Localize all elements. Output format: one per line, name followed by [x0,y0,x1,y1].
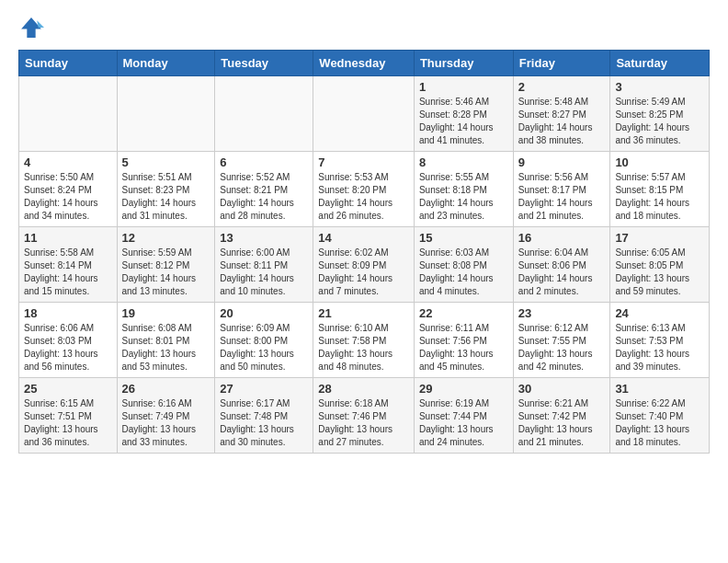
calendar-cell: 7Sunrise: 5:53 AM Sunset: 8:20 PM Daylig… [313,152,415,227]
day-number: 19 [122,306,210,320]
week-row-4: 18Sunrise: 6:06 AM Sunset: 8:03 PM Dayli… [19,303,710,378]
calendar-cell: 10Sunrise: 5:57 AM Sunset: 8:15 PM Dayli… [610,152,710,227]
calendar-cell: 26Sunrise: 6:16 AM Sunset: 7:49 PM Dayli… [117,378,215,454]
day-info: Sunrise: 6:15 AM Sunset: 7:51 PM Dayligh… [24,397,112,449]
day-info: Sunrise: 5:53 AM Sunset: 8:20 PM Dayligh… [318,171,409,223]
day-number: 27 [220,382,308,396]
calendar-cell: 17Sunrise: 6:05 AM Sunset: 8:05 PM Dayli… [610,227,710,303]
calendar-table: SundayMondayTuesdayWednesdayThursdayFrid… [18,50,710,454]
day-info: Sunrise: 5:52 AM Sunset: 8:21 PM Dayligh… [220,171,308,223]
calendar-cell [117,76,215,152]
week-row-2: 4Sunrise: 5:50 AM Sunset: 8:24 PM Daylig… [19,152,710,227]
calendar-cell: 25Sunrise: 6:15 AM Sunset: 7:51 PM Dayli… [19,378,118,454]
calendar-cell: 14Sunrise: 6:02 AM Sunset: 8:09 PM Dayli… [313,227,415,303]
day-number: 3 [615,80,704,94]
calendar-cell: 22Sunrise: 6:11 AM Sunset: 7:56 PM Dayli… [414,303,513,378]
day-number: 22 [419,306,508,320]
weekday-header-friday: Friday [513,51,610,76]
calendar-cell: 16Sunrise: 6:04 AM Sunset: 8:06 PM Dayli… [513,227,610,303]
day-number: 15 [419,231,508,245]
day-info: Sunrise: 5:59 AM Sunset: 8:12 PM Dayligh… [122,247,210,298]
day-info: Sunrise: 5:46 AM Sunset: 8:28 PM Dayligh… [419,96,508,147]
week-row-3: 11Sunrise: 5:58 AM Sunset: 8:14 PM Dayli… [19,227,710,303]
day-info: Sunrise: 6:03 AM Sunset: 8:08 PM Dayligh… [419,247,508,298]
day-number: 16 [518,231,606,245]
day-number: 30 [518,382,606,396]
day-info: Sunrise: 5:48 AM Sunset: 8:27 PM Dayligh… [518,96,606,147]
day-number: 11 [24,231,112,245]
calendar-cell [19,76,118,152]
day-info: Sunrise: 5:51 AM Sunset: 8:23 PM Dayligh… [122,171,210,223]
calendar-cell: 1Sunrise: 5:46 AM Sunset: 8:28 PM Daylig… [414,76,513,152]
day-number: 23 [518,306,606,320]
day-number: 24 [615,306,704,320]
day-number: 13 [220,231,308,245]
calendar-cell: 18Sunrise: 6:06 AM Sunset: 8:03 PM Dayli… [19,303,118,378]
weekday-header-tuesday: Tuesday [215,51,313,76]
day-number: 25 [24,382,112,396]
day-number: 2 [518,80,606,94]
weekday-header-thursday: Thursday [414,51,513,76]
day-info: Sunrise: 6:06 AM Sunset: 8:03 PM Dayligh… [24,322,112,373]
day-info: Sunrise: 6:22 AM Sunset: 7:40 PM Dayligh… [615,397,704,449]
day-info: Sunrise: 6:21 AM Sunset: 7:42 PM Dayligh… [518,397,606,449]
calendar-cell: 5Sunrise: 5:51 AM Sunset: 8:23 PM Daylig… [117,152,215,227]
weekday-header-wednesday: Wednesday [313,51,415,76]
week-row-5: 25Sunrise: 6:15 AM Sunset: 7:51 PM Dayli… [19,378,710,454]
day-info: Sunrise: 6:00 AM Sunset: 8:11 PM Dayligh… [220,247,308,298]
calendar-cell: 28Sunrise: 6:18 AM Sunset: 7:46 PM Dayli… [313,378,415,454]
day-info: Sunrise: 6:11 AM Sunset: 7:56 PM Dayligh… [419,322,508,373]
day-info: Sunrise: 5:57 AM Sunset: 8:15 PM Dayligh… [615,171,704,223]
calendar-cell: 30Sunrise: 6:21 AM Sunset: 7:42 PM Dayli… [513,378,610,454]
day-number: 7 [318,155,409,169]
day-number: 6 [220,155,308,169]
day-info: Sunrise: 6:18 AM Sunset: 7:46 PM Dayligh… [318,397,409,449]
day-info: Sunrise: 6:13 AM Sunset: 7:53 PM Dayligh… [615,322,704,373]
day-number: 9 [518,155,606,169]
day-info: Sunrise: 6:02 AM Sunset: 8:09 PM Dayligh… [318,247,409,298]
day-info: Sunrise: 5:58 AM Sunset: 8:14 PM Dayligh… [24,247,112,298]
day-info: Sunrise: 5:56 AM Sunset: 8:17 PM Dayligh… [518,171,606,223]
calendar-cell: 31Sunrise: 6:22 AM Sunset: 7:40 PM Dayli… [610,378,710,454]
day-info: Sunrise: 6:04 AM Sunset: 8:06 PM Dayligh… [518,247,606,298]
day-info: Sunrise: 6:10 AM Sunset: 7:58 PM Dayligh… [318,322,409,373]
calendar-cell: 4Sunrise: 5:50 AM Sunset: 8:24 PM Daylig… [19,152,118,227]
day-info: Sunrise: 5:49 AM Sunset: 8:25 PM Dayligh… [615,96,704,147]
header [18,15,710,40]
day-info: Sunrise: 6:08 AM Sunset: 8:01 PM Dayligh… [122,322,210,373]
calendar-cell [215,76,313,152]
calendar-cell: 23Sunrise: 6:12 AM Sunset: 7:55 PM Dayli… [513,303,610,378]
day-number: 18 [24,306,112,320]
day-number: 4 [24,155,112,169]
calendar-cell: 24Sunrise: 6:13 AM Sunset: 7:53 PM Dayli… [610,303,710,378]
page: SundayMondayTuesdayWednesdayThursdayFrid… [0,0,728,468]
logo [18,15,48,40]
calendar-cell: 11Sunrise: 5:58 AM Sunset: 8:14 PM Dayli… [19,227,118,303]
calendar-cell: 9Sunrise: 5:56 AM Sunset: 8:17 PM Daylig… [513,152,610,227]
day-info: Sunrise: 6:17 AM Sunset: 7:48 PM Dayligh… [220,397,308,449]
calendar-cell: 8Sunrise: 5:55 AM Sunset: 8:18 PM Daylig… [414,152,513,227]
logo-icon [18,15,44,40]
day-number: 10 [615,155,704,169]
day-number: 8 [419,155,508,169]
weekday-header-monday: Monday [117,51,215,76]
day-number: 31 [615,382,704,396]
day-number: 5 [122,155,210,169]
calendar-cell: 3Sunrise: 5:49 AM Sunset: 8:25 PM Daylig… [610,76,710,152]
calendar-cell: 2Sunrise: 5:48 AM Sunset: 8:27 PM Daylig… [513,76,610,152]
day-number: 26 [122,382,210,396]
day-number: 20 [220,306,308,320]
calendar-cell: 19Sunrise: 6:08 AM Sunset: 8:01 PM Dayli… [117,303,215,378]
weekday-header-row: SundayMondayTuesdayWednesdayThursdayFrid… [19,51,710,76]
calendar-cell: 20Sunrise: 6:09 AM Sunset: 8:00 PM Dayli… [215,303,313,378]
calendar-cell: 21Sunrise: 6:10 AM Sunset: 7:58 PM Dayli… [313,303,415,378]
day-info: Sunrise: 6:19 AM Sunset: 7:44 PM Dayligh… [419,397,508,449]
calendar-cell: 6Sunrise: 5:52 AM Sunset: 8:21 PM Daylig… [215,152,313,227]
day-number: 12 [122,231,210,245]
day-info: Sunrise: 6:16 AM Sunset: 7:49 PM Dayligh… [122,397,210,449]
day-info: Sunrise: 5:50 AM Sunset: 8:24 PM Dayligh… [24,171,112,223]
calendar-cell: 12Sunrise: 5:59 AM Sunset: 8:12 PM Dayli… [117,227,215,303]
calendar-cell: 13Sunrise: 6:00 AM Sunset: 8:11 PM Dayli… [215,227,313,303]
calendar-cell: 29Sunrise: 6:19 AM Sunset: 7:44 PM Dayli… [414,378,513,454]
day-info: Sunrise: 6:12 AM Sunset: 7:55 PM Dayligh… [518,322,606,373]
